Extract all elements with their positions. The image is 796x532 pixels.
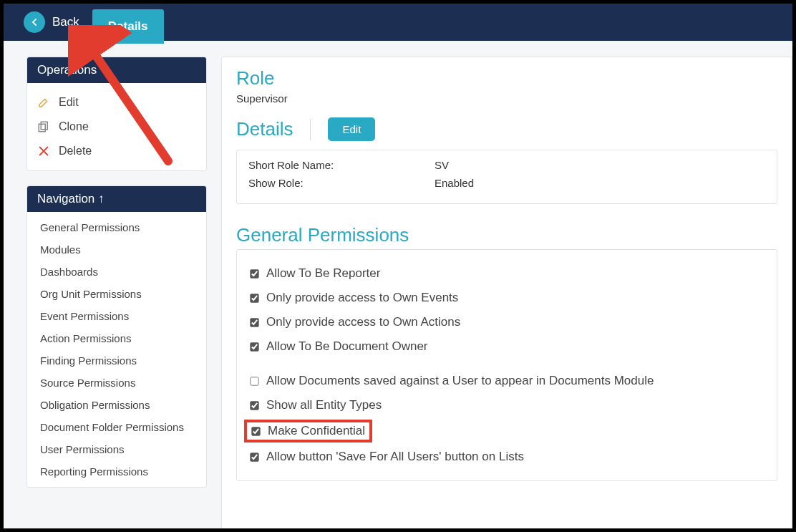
permission-checkbox[interactable] — [250, 453, 258, 461]
operation-label: Clone — [59, 120, 89, 133]
operations-panel: Operations Edit Clone — [26, 57, 207, 171]
permission-label: Only provide access to Own Events — [266, 291, 458, 305]
back-label: Back — [52, 15, 79, 29]
permission-checkbox[interactable] — [250, 269, 258, 278]
show-role-label: Show Role: — [248, 177, 435, 189]
navigation-list: General Permissions Modules Dashboards O… — [27, 212, 206, 487]
permission-checkbox[interactable] — [250, 318, 258, 327]
nav-org-unit-permissions[interactable]: Org Unit Permissions — [27, 283, 206, 305]
nav-source-permissions[interactable]: Source Permissions — [27, 372, 206, 394]
operation-delete[interactable]: Delete — [37, 139, 196, 163]
operation-label: Edit — [59, 96, 79, 109]
permission-highlight: Make Confidential — [244, 420, 372, 442]
permission-checkbox[interactable] — [250, 342, 258, 351]
role-heading: Role — [236, 67, 777, 90]
nav-reporting-permissions[interactable]: Reporting Permissions — [27, 460, 206, 483]
short-role-name-label: Short Role Name: — [248, 159, 435, 171]
back-button[interactable]: Back — [24, 11, 79, 33]
permission-checkbox[interactable] — [250, 294, 258, 302]
permission-label: Allow To Be Reporter — [266, 266, 380, 281]
permission-item[interactable]: Only provide access to Own Actions — [250, 310, 764, 334]
permission-label: Allow Documents saved against a User to … — [266, 374, 654, 388]
permissions-box: Allow To Be ReporterOnly provide access … — [236, 249, 777, 481]
permission-item[interactable]: Allow button 'Save For All Users' button… — [250, 445, 764, 469]
edit-button[interactable]: Edit — [328, 117, 375, 141]
operation-edit[interactable]: Edit — [37, 90, 196, 115]
nav-dashboards[interactable]: Dashboards — [27, 261, 206, 283]
svg-rect-1 — [39, 124, 45, 132]
nav-document-folder-permissions[interactable]: Document Folder Permissions — [27, 416, 206, 438]
nav-obligation-permissions[interactable]: Obligation Permissions — [27, 394, 206, 416]
permission-item[interactable]: Allow Documents saved against a User to … — [250, 369, 764, 393]
permission-checkbox[interactable] — [250, 401, 258, 410]
details-info-box: Short Role Name: SV Show Role: Enabled — [236, 150, 777, 204]
short-role-name-value: SV — [435, 159, 449, 171]
navigation-header: Navigation ↑ — [27, 186, 206, 212]
nav-finding-permissions[interactable]: Finding Permissions — [27, 349, 206, 372]
permission-label: Make Confidential — [268, 424, 365, 438]
permission-checkbox[interactable] — [251, 427, 260, 435]
operations-header: Operations — [27, 57, 206, 83]
permission-item[interactable]: Only provide access to Own Events — [250, 286, 764, 310]
permission-item[interactable]: Allow To Be Reporter — [250, 261, 764, 286]
permission-label: Allow button 'Save For All Users' button… — [266, 450, 524, 464]
operation-label: Delete — [59, 145, 92, 158]
main-content: Role Supervisor Details Edit Short Role … — [221, 57, 792, 529]
nav-user-permissions[interactable]: User Permissions — [27, 438, 206, 460]
role-value: Supervisor — [236, 92, 777, 105]
clone-icon — [37, 120, 50, 133]
back-arrow-icon — [24, 11, 45, 33]
top-bar: Back Details — [4, 4, 792, 41]
delete-icon — [37, 145, 50, 158]
permission-label: Allow To Be Document Owner — [266, 339, 428, 354]
permission-item[interactable]: Show all Entity Types — [250, 393, 764, 417]
nav-general-permissions[interactable]: General Permissions — [27, 216, 206, 238]
permission-label: Only provide access to Own Actions — [266, 315, 460, 329]
tab-details[interactable]: Details — [92, 9, 164, 44]
nav-modules[interactable]: Modules — [27, 238, 206, 261]
operation-clone[interactable]: Clone — [37, 115, 196, 139]
nav-action-permissions[interactable]: Action Permissions — [27, 327, 206, 349]
show-role-value: Enabled — [435, 177, 474, 189]
permission-label: Show all Entity Types — [266, 398, 382, 412]
divider — [310, 119, 311, 140]
nav-event-permissions[interactable]: Event Permissions — [27, 305, 206, 327]
permission-checkbox[interactable] — [250, 377, 258, 385]
navigation-panel: Navigation ↑ General Permissions Modules… — [26, 185, 207, 488]
general-permissions-heading: General Permissions — [236, 224, 777, 246]
details-heading: Details — [236, 118, 293, 140]
edit-icon — [37, 96, 50, 109]
svg-rect-0 — [41, 122, 47, 130]
permission-item[interactable]: Allow To Be Document Owner — [250, 334, 764, 359]
